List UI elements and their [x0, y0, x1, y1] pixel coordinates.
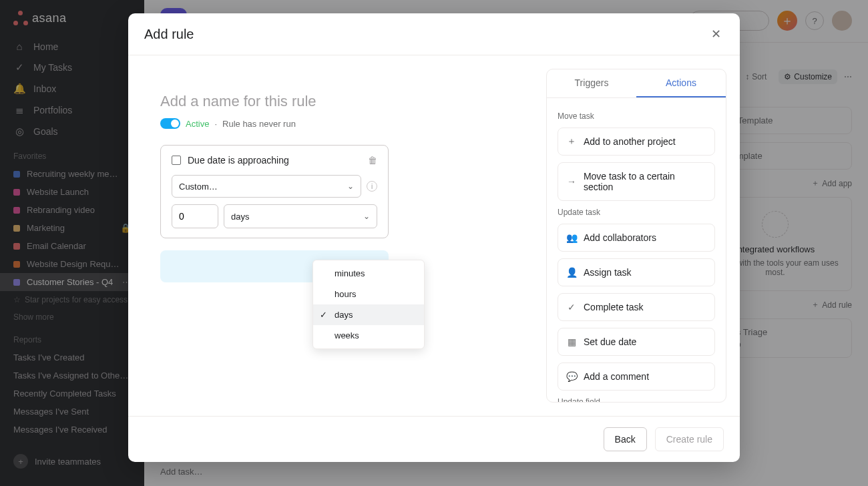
unit-option-minutes[interactable]: minutes [313, 263, 424, 284]
calendar-icon [172, 156, 181, 165]
add-rule-modal: Add rule ✕ Add a name for this rule Acti… [128, 13, 740, 462]
unit-option-weeks[interactable]: weeks [313, 325, 424, 346]
actions-panel: Triggers Actions Move task ＋Add to anoth… [546, 69, 726, 403]
duration-number-input[interactable] [172, 204, 218, 228]
action-set-due-date[interactable]: ▦Set due date [558, 328, 715, 356]
active-toggle[interactable] [160, 118, 180, 129]
duration-unit-select[interactable]: days ⌄ [224, 204, 377, 228]
unit-option-hours[interactable]: hours [313, 284, 424, 304]
close-icon[interactable]: ✕ [708, 24, 724, 44]
info-icon[interactable]: i [367, 181, 377, 192]
people-icon: 👥 [566, 232, 577, 243]
create-rule-button[interactable]: Create rule [655, 427, 724, 451]
action-complete-task[interactable]: ✓Complete task [558, 293, 715, 321]
chevron-down-icon: ⌄ [347, 182, 354, 191]
category-update-task: Update task [558, 208, 715, 217]
category-update-field: Update field [558, 397, 715, 402]
plus-icon: ＋ [566, 136, 577, 147]
action-move-to-section[interactable]: →Move task to a certain section [558, 162, 715, 201]
check-icon: ✓ [320, 310, 327, 320]
unit-dropdown: minutes hours ✓days weeks [312, 260, 425, 349]
person-icon: 👤 [566, 267, 577, 278]
tab-actions[interactable]: Actions [636, 69, 726, 97]
trigger-title: Due date is approaching [188, 155, 289, 166]
comment-icon: 💬 [566, 371, 577, 382]
trigger-mode-select[interactable]: Custom… ⌄ [172, 175, 361, 198]
rule-name-input[interactable]: Add a name for this rule [160, 93, 514, 110]
modal-title: Add rule [144, 27, 194, 42]
rule-status: Active · Rule has never run [160, 118, 514, 129]
tab-triggers[interactable]: Triggers [547, 69, 636, 97]
action-add-collaborators[interactable]: 👥Add collaborators [558, 224, 715, 252]
rule-builder: Add a name for this rule Active · Rule h… [128, 55, 546, 416]
action-add-comment[interactable]: 💬Add a comment [558, 362, 715, 391]
calendar-icon: ▦ [566, 336, 577, 347]
unit-option-days[interactable]: ✓days [313, 304, 424, 325]
chevron-down-icon: ⌄ [363, 212, 370, 221]
action-assign-task[interactable]: 👤Assign task [558, 258, 715, 286]
never-run-label: Rule has never run [222, 119, 296, 129]
arrow-right-icon: → [566, 176, 577, 187]
category-move-task: Move task [558, 111, 715, 121]
trigger-card: Due date is approaching 🗑 Custom… ⌄ i da… [160, 145, 389, 238]
action-add-to-project[interactable]: ＋Add to another project [558, 128, 715, 156]
active-label: Active [186, 119, 209, 129]
back-button[interactable]: Back [604, 427, 647, 451]
delete-trigger-icon[interactable]: 🗑 [368, 155, 377, 166]
check-circle-icon: ✓ [566, 302, 577, 312]
